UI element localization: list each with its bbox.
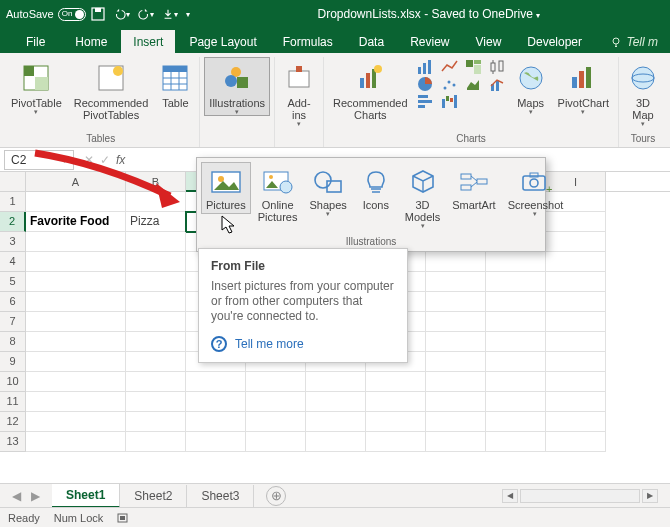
cell[interactable] [246, 372, 306, 392]
cell[interactable] [366, 392, 426, 412]
cell[interactable] [26, 312, 126, 332]
horizontal-scrollbar[interactable]: ◀ ▶ [286, 489, 662, 503]
cell[interactable] [26, 372, 126, 392]
cell[interactable] [366, 432, 426, 452]
icons-button[interactable]: Icons [354, 162, 398, 214]
cell[interactable] [546, 432, 606, 452]
3d-map-button[interactable]: 3D Map▾ [623, 57, 663, 128]
tab-insert[interactable]: Insert [121, 30, 175, 53]
cell[interactable] [246, 392, 306, 412]
col-header-b[interactable]: B [126, 172, 186, 191]
cell[interactable] [186, 412, 246, 432]
row-header[interactable]: 2 [0, 212, 26, 232]
bar-chart-icon[interactable] [417, 93, 435, 109]
tooltip-tell-me-more[interactable]: ? Tell me more [211, 336, 395, 352]
cell[interactable] [426, 312, 486, 332]
cell[interactable] [546, 232, 606, 252]
cell[interactable] [486, 252, 546, 272]
cell[interactable] [306, 392, 366, 412]
cell[interactable] [426, 372, 486, 392]
cell[interactable] [486, 392, 546, 412]
col-header-a[interactable]: A [26, 172, 126, 191]
cell[interactable] [486, 432, 546, 452]
cell[interactable] [126, 292, 186, 312]
macro-record-icon[interactable] [117, 512, 131, 524]
column-chart-icon[interactable] [417, 59, 435, 75]
online-pictures-button[interactable]: Online Pictures [253, 162, 303, 226]
cell[interactable] [126, 312, 186, 332]
tab-review[interactable]: Review [398, 30, 461, 53]
row-header[interactable]: 9 [0, 352, 26, 372]
row-header[interactable]: 1 [0, 192, 26, 212]
cell[interactable] [426, 332, 486, 352]
cell[interactable] [126, 192, 186, 212]
tab-developer[interactable]: Developer [515, 30, 594, 53]
tab-file[interactable]: File [10, 30, 61, 53]
cell[interactable] [26, 252, 126, 272]
cell[interactable] [426, 352, 486, 372]
shapes-button[interactable]: Shapes▾ [304, 162, 351, 220]
cell[interactable] [306, 432, 366, 452]
cell[interactable] [126, 412, 186, 432]
cell[interactable] [486, 312, 546, 332]
cell[interactable] [486, 412, 546, 432]
tab-page-layout[interactable]: Page Layout [177, 30, 268, 53]
row-header[interactable]: 13 [0, 432, 26, 452]
scroll-right-icon[interactable]: ▶ [642, 489, 658, 503]
cell[interactable] [126, 372, 186, 392]
cell[interactable] [426, 252, 486, 272]
pie-chart-icon[interactable] [417, 76, 435, 92]
cell[interactable] [26, 272, 126, 292]
cell[interactable] [26, 292, 126, 312]
row-header[interactable]: 4 [0, 252, 26, 272]
cell[interactable] [426, 292, 486, 312]
statistic-chart-icon[interactable] [489, 59, 507, 75]
redo-icon[interactable]: ▾ [138, 6, 154, 22]
sheet-tab-2[interactable]: Sheet2 [120, 485, 187, 507]
pictures-button[interactable]: Pictures [201, 162, 251, 214]
row-header[interactable]: 7 [0, 312, 26, 332]
combo-chart-icon[interactable] [489, 76, 507, 92]
recommended-pivottables-button[interactable]: Recommended PivotTables [69, 57, 154, 122]
cell[interactable] [26, 192, 126, 212]
cell[interactable] [546, 332, 606, 352]
cell[interactable] [546, 252, 606, 272]
cell[interactable] [126, 332, 186, 352]
cell[interactable] [366, 372, 426, 392]
cell[interactable] [546, 352, 606, 372]
cell[interactable] [246, 412, 306, 432]
cell[interactable] [546, 412, 606, 432]
cell[interactable] [26, 232, 126, 252]
scatter-chart-icon[interactable] [441, 76, 459, 92]
scroll-left-icon[interactable]: ◀ [502, 489, 518, 503]
cell[interactable] [126, 232, 186, 252]
sheet-tab-1[interactable]: Sheet1 [52, 484, 120, 508]
cell[interactable] [126, 252, 186, 272]
cell[interactable] [26, 412, 126, 432]
cell[interactable] [486, 272, 546, 292]
cell[interactable] [306, 372, 366, 392]
cell[interactable] [486, 332, 546, 352]
table-button[interactable]: Table [155, 57, 195, 110]
fx-icon[interactable]: fx [116, 153, 125, 167]
cell[interactable] [246, 432, 306, 452]
row-header[interactable]: 12 [0, 412, 26, 432]
row-header[interactable]: 3 [0, 232, 26, 252]
row-header[interactable]: 11 [0, 392, 26, 412]
row-header[interactable]: 6 [0, 292, 26, 312]
cell[interactable] [26, 432, 126, 452]
cell[interactable] [186, 392, 246, 412]
save-icon[interactable] [90, 6, 106, 22]
sheet-tab-3[interactable]: Sheet3 [187, 485, 254, 507]
cell[interactable] [426, 272, 486, 292]
cell[interactable] [26, 332, 126, 352]
autosave-toggle[interactable]: AutoSave On [6, 8, 86, 21]
smartart-button[interactable]: SmartArt [447, 162, 500, 214]
select-all-button[interactable] [0, 172, 26, 191]
cell[interactable] [306, 412, 366, 432]
cell[interactable] [426, 392, 486, 412]
cell[interactable] [546, 392, 606, 412]
surface-chart-icon[interactable] [465, 76, 483, 92]
new-sheet-button[interactable]: ⊕ [266, 486, 286, 506]
cell[interactable]: Favorite Food [26, 212, 126, 232]
